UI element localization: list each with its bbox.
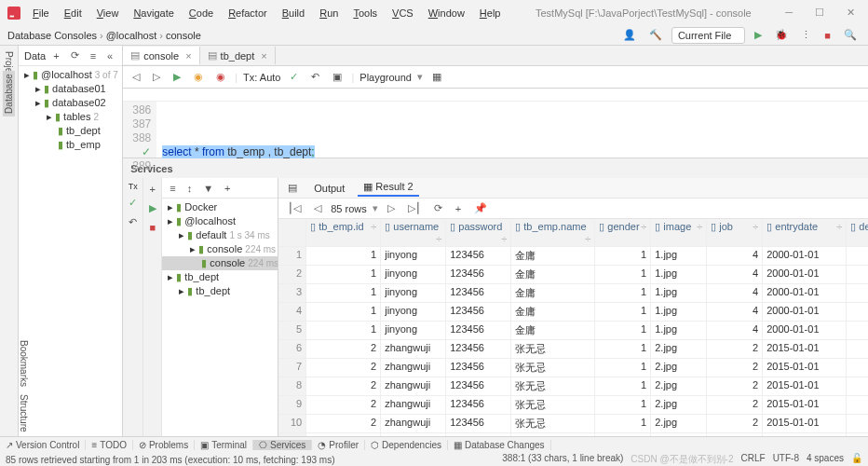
tab-result[interactable]: ▦ Result 2 bbox=[358, 179, 418, 197]
menu-help[interactable]: Help bbox=[473, 6, 508, 21]
svc-undo-icon[interactable]: ↶ bbox=[125, 214, 141, 230]
problems-btn[interactable]: ⊘ Problems bbox=[133, 440, 195, 450]
svc-filter-icon[interactable]: ▼ bbox=[199, 181, 217, 196]
more-actions-icon[interactable]: ⋮ bbox=[797, 27, 815, 43]
services-btn[interactable]: ⎔ Services bbox=[253, 440, 312, 450]
tree-item[interactable]: ▸ ▮ @localhost bbox=[162, 214, 278, 228]
menu-code[interactable]: Code bbox=[183, 6, 220, 21]
col-header[interactable]: ▯ job ÷ bbox=[707, 219, 763, 247]
commit-icon[interactable]: ✓ bbox=[286, 69, 302, 85]
menu-window[interactable]: Window bbox=[422, 6, 471, 21]
editor-code[interactable]: select * from tb_emp , tb_dept; bbox=[156, 102, 868, 158]
bookmarks-btn[interactable]: Bookmarks bbox=[19, 340, 29, 387]
table-row[interactable]: 51jinyong123456金庸11.jpg42000-01-0122024-… bbox=[278, 322, 868, 340]
run-config-dropdown[interactable]: Current File bbox=[671, 27, 745, 44]
add-row-icon[interactable]: + bbox=[452, 201, 465, 216]
col-header[interactable]: ▯ entrydate ÷ bbox=[763, 219, 847, 247]
first-page-icon[interactable]: ⎮◁ bbox=[284, 200, 305, 216]
layout-icon[interactable]: ▦ bbox=[428, 69, 445, 85]
col-header[interactable]: ▯ username ÷ bbox=[381, 219, 446, 247]
table-row[interactable]: 72zhangwuji123456张无忌12.jpg22015-01-01220… bbox=[278, 359, 868, 377]
menu-build[interactable]: Build bbox=[276, 6, 311, 21]
col-header[interactable]: ▯ tb_emp.name ÷ bbox=[511, 219, 595, 247]
line-sep[interactable]: CRLF bbox=[741, 453, 766, 466]
stop-exec-icon[interactable]: ◉ bbox=[212, 69, 229, 85]
table-row[interactable]: 41jinyong123456金庸11.jpg42000-01-0122024-… bbox=[278, 303, 868, 322]
sql-editor[interactable]: 386387388✓ 389 select * from tb_emp , tb… bbox=[123, 102, 868, 158]
output-icon[interactable]: ▤ bbox=[284, 180, 301, 196]
next-icon[interactable]: ▷ bbox=[149, 69, 164, 85]
table-row[interactable]: 92zhangwuji123456张无忌12.jpg22015-01-01220… bbox=[278, 396, 868, 415]
svc-run-icon[interactable]: ▶ bbox=[145, 200, 160, 216]
tree-item[interactable]: ▸ ▮ tb_dept bbox=[162, 284, 278, 298]
add-ds-icon[interactable]: + bbox=[49, 48, 62, 63]
reload-icon[interactable]: ⟳ bbox=[430, 200, 446, 216]
caret-pos[interactable]: 388:1 (33 chars, 1 line break) bbox=[502, 453, 623, 466]
breadcrumb-leaf[interactable]: console bbox=[166, 30, 201, 41]
col-header[interactable]: ▯ image ÷ bbox=[651, 219, 707, 247]
prev-page-icon[interactable]: ◁ bbox=[310, 200, 325, 216]
encoding[interactable]: UTF-8 bbox=[773, 453, 799, 466]
todo-btn[interactable]: ≡ TODO bbox=[86, 440, 133, 450]
close-button[interactable]: ✕ bbox=[841, 5, 861, 21]
svc-expand-icon[interactable]: ≡ bbox=[166, 181, 179, 196]
tree-item[interactable]: ▸ ▮ console 224 ms bbox=[162, 242, 278, 256]
tree-item[interactable]: ▸ ▮ tb_dept bbox=[162, 270, 278, 284]
table-row[interactable]: 31jinyong123456金庸11.jpg42000-01-0122024-… bbox=[278, 284, 868, 303]
svc-collapse-icon[interactable]: ↕ bbox=[183, 181, 197, 196]
tree-item[interactable]: ▸ ▮ database01 bbox=[19, 82, 122, 96]
breadcrumb-root[interactable]: Database Consoles bbox=[7, 30, 97, 41]
vcs-btn[interactable]: ↗ Version Control bbox=[0, 440, 86, 450]
filter-icon[interactable]: ≡ bbox=[87, 48, 100, 63]
table-row[interactable]: 102zhangwuji123456张无忌12.jpg22015-01-0122… bbox=[278, 415, 868, 433]
user-icon[interactable]: 👤 bbox=[619, 27, 640, 43]
menu-view[interactable]: View bbox=[90, 6, 126, 21]
tree-item[interactable]: ▸ ▮ tables 2 bbox=[19, 110, 122, 124]
table-row[interactable]: 62zhangwuji123456张无忌12.jpg22015-01-01220… bbox=[278, 340, 868, 359]
tx-mode[interactable]: Tx: Auto bbox=[243, 72, 280, 83]
tree-item[interactable]: ▮ console 224 ms bbox=[162, 256, 278, 270]
menu-refactor[interactable]: Refactor bbox=[222, 6, 274, 21]
maximize-button[interactable]: ☐ bbox=[809, 5, 830, 21]
rollback-icon[interactable]: ↶ bbox=[307, 69, 323, 85]
table-row[interactable]: 113yangxiao123456杨逍13.jpg22008-05-012202… bbox=[278, 433, 868, 436]
tree-item[interactable]: ▸ ▮ default 1 s 34 ms bbox=[162, 228, 278, 242]
execute-icon[interactable]: ▶ bbox=[170, 69, 184, 85]
stop-icon[interactable]: ■ bbox=[821, 28, 834, 43]
tree-item[interactable]: ▸ ▮ Docker bbox=[162, 200, 278, 214]
menu-tools[interactable]: Tools bbox=[346, 6, 384, 21]
profiler-btn[interactable]: ◔ Profiler bbox=[312, 440, 365, 450]
next-page-icon[interactable]: ▷ bbox=[384, 200, 399, 216]
dbchanges-btn[interactable]: ▦ Database Changes bbox=[448, 440, 551, 450]
settings-icon[interactable]: ▣ bbox=[329, 69, 346, 85]
col-header[interactable]: ▯ dept_id ÷ bbox=[847, 219, 868, 247]
table-row[interactable]: 21jinyong123456金庸11.jpg42000-01-0122024-… bbox=[278, 266, 868, 284]
col-header[interactable]: ▯ gender ÷ bbox=[595, 219, 651, 247]
menu-vcs[interactable]: VCS bbox=[386, 6, 420, 21]
svc-plus-icon[interactable]: + bbox=[221, 181, 234, 196]
debug-icon[interactable]: 🐞 bbox=[771, 27, 792, 43]
table-row[interactable]: 82zhangwuji123456张无忌12.jpg22015-01-01220… bbox=[278, 377, 868, 396]
tab-output[interactable]: Output bbox=[308, 181, 350, 196]
deps-btn[interactable]: ⬡ Dependencies bbox=[365, 440, 448, 450]
col-header[interactable]: ▯ password ÷ bbox=[446, 219, 511, 247]
tree-item[interactable]: ▸ ▮ database02 bbox=[19, 96, 122, 110]
services-tree[interactable]: ▸ ▮ Docker▸ ▮ @localhost▸ ▮ default 1 s … bbox=[162, 199, 278, 300]
menu-run[interactable]: Run bbox=[313, 6, 345, 21]
hammer-icon[interactable]: 🔨 bbox=[645, 27, 666, 43]
menu-edit[interactable]: Edit bbox=[58, 6, 88, 21]
playground-mode[interactable]: Playground bbox=[359, 72, 412, 83]
tab-console[interactable]: ▤ console × bbox=[123, 47, 199, 64]
result-grid[interactable]: ▯ tb_emp.id ÷▯ username ÷▯ password ÷▯ t… bbox=[278, 219, 868, 436]
col-header[interactable]: ▯ tb_emp.id ÷ bbox=[306, 219, 381, 247]
minimize-button[interactable]: ─ bbox=[780, 5, 798, 21]
prev-icon[interactable]: ◁ bbox=[129, 69, 143, 85]
breadcrumb-ds[interactable]: @localhost bbox=[106, 30, 157, 41]
explain-icon[interactable]: ◉ bbox=[190, 69, 207, 85]
database-toolwindow-button[interactable]: Database bbox=[3, 71, 15, 116]
readonly-icon[interactable]: 🔓 bbox=[851, 453, 862, 466]
structure-btn[interactable]: Structure bbox=[19, 394, 29, 432]
menu-navigate[interactable]: Navigate bbox=[127, 6, 180, 21]
last-page-icon[interactable]: ▷⎮ bbox=[404, 200, 425, 216]
collapse-icon[interactable]: « bbox=[103, 48, 116, 63]
